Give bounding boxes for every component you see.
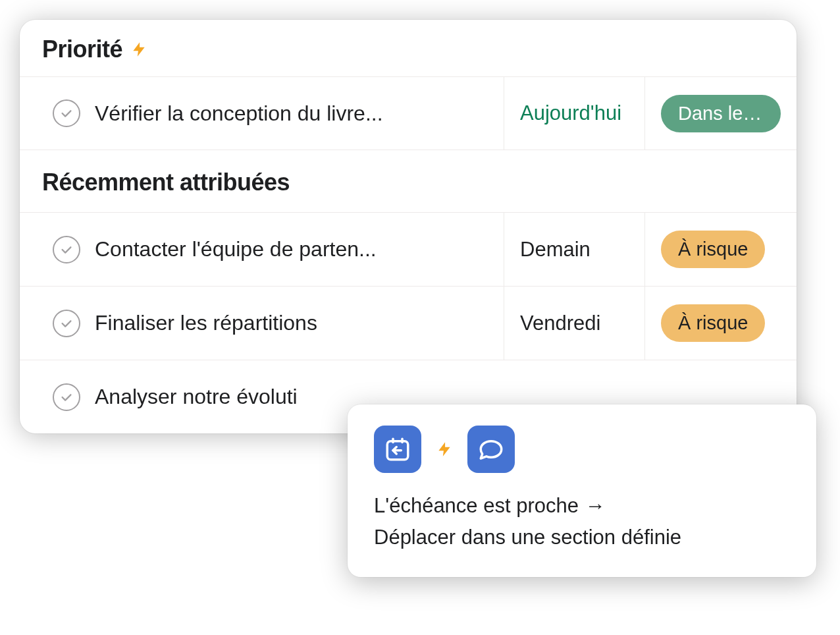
task-main-cell: Contacter l'équipe de parten... [20,213,504,286]
task-row[interactable]: Vérifier la conception du livre... Aujou… [20,76,797,150]
task-title: Vérifier la conception du livre... [95,101,383,126]
status-cell[interactable]: À risque [645,287,797,360]
status-pill: Dans les... [661,95,781,132]
task-list-card: Priorité Vérifier la conception du livre… [20,20,797,433]
task-main-cell: Finaliser les répartitions [20,287,504,360]
popup-trigger-text: L'échéance est proche [374,490,579,522]
task-row[interactable]: Finaliser les répartitions Vendredi À ri… [20,286,797,360]
section-title: Récemment attribuées [42,169,290,196]
comment-icon[interactable] [467,426,515,473]
popup-trigger-row[interactable]: L'échéance est proche → [374,490,790,522]
rule-popup: L'échéance est proche → Déplacer dans un… [348,404,816,577]
calendar-back-icon[interactable] [374,426,421,473]
popup-action-row[interactable]: Déplacer dans une section définie [374,522,790,553]
due-date-text: Demain [520,238,591,262]
bolt-icon [130,41,147,58]
popup-action-text: Déplacer dans une section définie [374,522,681,553]
task-title: Analyser notre évoluti [95,385,298,409]
status-cell[interactable]: À risque [645,213,797,286]
arrow-right-icon: → [585,490,606,522]
status-cell[interactable]: Dans les... [645,77,797,150]
section-header-priority: Priorité [20,20,797,76]
task-title: Finaliser les répartitions [95,311,317,335]
due-date-text: Vendredi [520,312,600,335]
task-title: Contacter l'équipe de parten... [95,237,377,262]
task-row[interactable]: Contacter l'équipe de parten... Demain À… [20,212,797,286]
complete-checkbox[interactable] [53,99,80,127]
due-date-text: Aujourd'hui [520,101,621,125]
due-date-cell[interactable]: Vendredi [504,287,645,360]
complete-checkbox[interactable] [53,236,80,263]
task-main-cell: Vérifier la conception du livre... [20,77,504,150]
complete-checkbox[interactable] [53,310,80,337]
section-title: Priorité [42,36,122,63]
status-pill: À risque [661,231,765,268]
due-date-cell[interactable]: Demain [504,213,645,286]
complete-checkbox[interactable] [53,383,80,411]
section-header-recent: Récemment attribuées [20,150,797,212]
status-pill: À risque [661,304,765,342]
bolt-icon [436,441,453,458]
due-date-cell[interactable]: Aujourd'hui [504,77,645,150]
popup-icons-row [374,426,790,473]
